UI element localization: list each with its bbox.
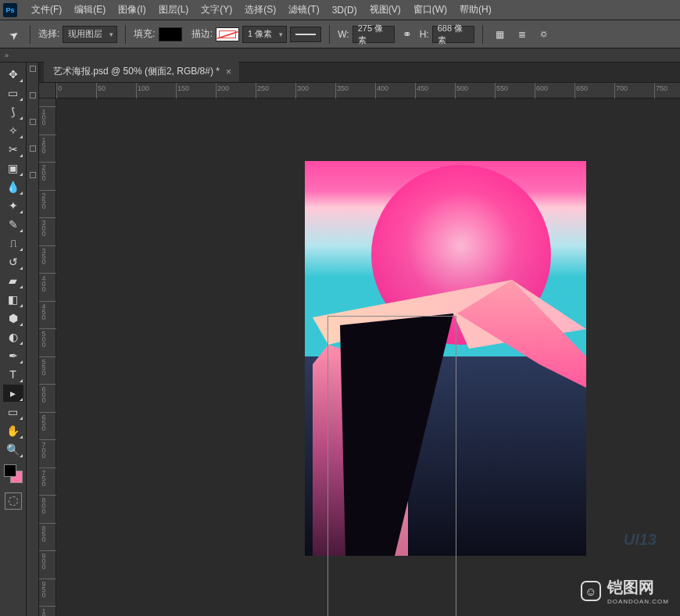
ruler-h-mark: 600 [536,84,548,92]
ruler-v-mark: 750 [41,469,47,485]
ruler-v-mark: 300 [41,219,47,235]
canvas-area[interactable]: 0501001502002503003504004505005506006507… [39,83,680,616]
ruler-origin[interactable] [39,83,56,98]
eyedropper-tool[interactable]: 💧 [3,178,23,195]
menu-3d[interactable]: 3D(D) [326,2,363,19]
ruler-h-mark: 750 [656,84,667,92]
quick-mask-button[interactable] [5,492,22,510]
ruler-v-mark: 700 [41,441,47,457]
menu-filter[interactable]: 滤镜(T) [282,0,325,20]
menu-image[interactable]: 图像(I) [112,0,152,20]
select-label: 选择: [38,27,59,41]
eraser-tool[interactable]: ▰ [3,272,23,289]
select-mode-combo[interactable]: 现用图层 [63,26,117,43]
menu-layer[interactable]: 图层(L) [152,0,195,20]
ruler-v-mark: 400 [41,274,47,291]
width-input[interactable]: 275 像素 [353,26,395,43]
ruler-h-mark: 550 [496,84,508,92]
heal-tool[interactable]: ✦ [3,197,23,214]
zoom-tool[interactable]: 🔍 [3,441,23,458]
ruler-h-mark: 700 [616,84,628,92]
ruler-horizontal[interactable]: 0501001502002503003504004505005506006507… [56,83,680,98]
ruler-h-mark: 350 [337,84,349,92]
ruler-h-mark: 50 [98,84,106,92]
stamp-tool[interactable]: ⎍ [3,235,23,252]
frame-tool[interactable]: ▣ [3,159,23,177]
shape-tool[interactable]: ▭ [3,403,23,421]
ruler-v-mark: 100 [41,108,47,124]
ruler-h-mark: 400 [377,84,388,92]
document-tab-title: 艺术海报.psd @ 50% (侧面2, RGB/8#) * [53,65,220,78]
ruler-v-mark: 450 [41,303,47,319]
ruler-v-mark: 900 [41,552,47,568]
panel-slot-icon[interactable] [30,66,36,72]
panel-slot-icon[interactable] [30,172,36,178]
ruler-v-mark: 650 [41,414,47,430]
wand-tool[interactable]: ✧ [3,122,23,139]
pen-tool[interactable]: ✒ [3,347,23,364]
panel-slot-icon[interactable] [30,145,36,152]
type-tool[interactable]: T [3,366,23,383]
height-input[interactable]: 688 像素 [432,26,474,43]
menu-window[interactable]: 窗口(W) [407,0,453,20]
crop-tool[interactable]: ✂ [3,141,23,158]
ruler-v-mark: 150 [41,136,47,152]
transform-box[interactable] [327,316,456,616]
ruler-vertical[interactable]: 1001502002503003504004505005506006507007… [39,98,56,616]
gear-icon[interactable]: ⛭ [535,25,553,44]
brush-tool[interactable]: ✎ [3,216,23,233]
lasso-tool[interactable]: ⟆ [3,103,23,120]
ruler-v-mark: 1000 [41,607,47,616]
ruler-v-mark: 500 [41,330,47,346]
ruler-h-mark: 500 [456,84,468,92]
ruler-h-mark: 150 [177,84,189,92]
options-bar: ➤ 选择: 现用图层 填充: 描边: 1 像素 W: 275 像素 H: 688… [0,20,680,48]
tool-indicator-icon: ➤ [6,27,21,42]
link-wh-icon[interactable] [398,25,417,44]
ruler-h-mark: 100 [138,84,149,92]
ruler-v-mark: 550 [41,358,47,374]
document-tab[interactable]: 艺术海报.psd @ 50% (侧面2, RGB/8#) * × [44,61,239,82]
chevron-icon[interactable]: » [5,52,9,59]
stroke-swatch[interactable] [216,27,239,41]
gradient-tool[interactable]: ◧ [3,291,23,308]
ruler-v-mark: 950 [41,580,47,596]
path-select-tool[interactable]: ▸ [3,385,23,402]
history-brush-tool[interactable]: ↺ [3,253,23,270]
stroke-size-combo[interactable]: 1 像素 [242,26,287,43]
document-tab-bar: 艺术海报.psd @ 50% (侧面2, RGB/8#) * × [39,63,680,83]
ruler-v-mark: 250 [41,192,47,208]
close-icon[interactable]: × [226,66,231,77]
ruler-v-mark: 200 [41,163,47,180]
menu-type[interactable]: 文字(Y) [195,0,238,20]
height-label: H: [420,29,429,40]
panel-slot-icon[interactable] [30,119,36,125]
mini-panel-strip [27,63,39,616]
color-swatch[interactable] [4,464,23,483]
path-align-icon[interactable]: ▦ [491,25,510,44]
menu-edit[interactable]: 编辑(E) [68,0,112,20]
menu-select[interactable]: 选择(S) [238,0,282,20]
ruler-h-mark: 0 [58,84,62,92]
move-tool[interactable]: ✥ [3,66,23,83]
path-arrange-icon[interactable]: ≣ [513,25,531,44]
stroke-style-combo[interactable] [290,27,321,42]
ruler-v-mark: 850 [41,525,47,541]
watermark-lower: ☺ 铠图网 DOANDOAN.COM [581,577,669,605]
ruler-h-mark: 450 [417,84,428,92]
menu-view[interactable]: 视图(V) [363,0,407,20]
marquee-tool[interactable]: ▭ [3,84,23,102]
dodge-tool[interactable]: ◐ [3,328,23,346]
ruler-v-mark: 600 [41,385,47,402]
blur-tool[interactable]: ⬢ [3,310,23,327]
mask-icon: ☺ [581,581,601,601]
stroke-label: 描边: [191,27,213,41]
menu-file[interactable]: 文件(F) [25,0,68,20]
menu-help[interactable]: 帮助(H) [453,0,498,20]
menu-bar: Ps 文件(F) 编辑(E) 图像(I) 图层(L) 文字(Y) 选择(S) 滤… [0,0,680,20]
fill-swatch[interactable] [159,27,182,41]
watermark-upper: UI13 [624,531,657,549]
panel-slot-icon[interactable] [30,92,36,98]
ruler-h-mark: 250 [257,84,269,92]
hand-tool[interactable]: ✋ [3,422,23,439]
